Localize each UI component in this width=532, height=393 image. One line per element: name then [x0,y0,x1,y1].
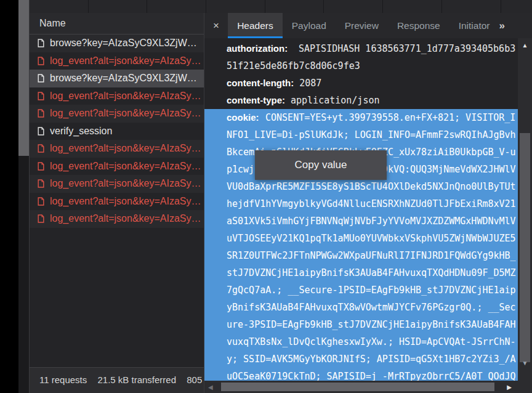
header-value: application/json [291,95,380,106]
request-name: log_event?alt=json&key=AIzaSy… [50,108,203,119]
request-row[interactable]: log_event?alt=json&key=AIzaSy… [30,105,204,123]
tab-label: Headers [237,20,273,31]
tab-response[interactable]: Response [388,13,449,38]
devtools-toolbar [30,0,532,14]
request-name: log_event?alt=json&key=AIzaSy… [50,143,203,154]
tab-initiator[interactable]: Initiator [449,13,499,38]
resources-size: 805 k [187,375,204,385]
header-row[interactable]: content-length:2087 [204,75,518,92]
background-scrollbar-track [18,0,29,393]
request-name: log_event?alt=json&key=AIzaSy… [50,196,203,207]
header-name: content-type: [227,92,285,109]
tab-preview[interactable]: Preview [336,13,388,38]
header-name: content-length: [227,75,294,92]
request-name: log_event?alt=json&key=AIzaSy… [50,91,203,102]
header-name: authorization: [227,40,299,57]
requests-count: 11 requests [39,375,87,385]
request-row[interactable]: log_event?alt=json&key=AIzaSy… [30,210,204,228]
document-icon [38,179,44,188]
background-scrollbar-thumb[interactable] [18,0,29,156]
header-value: 2087 [299,78,321,89]
tab-label: Response [397,20,440,31]
scroll-up-icon[interactable]: ▲ [518,42,532,49]
request-row[interactable]: browse?key=AIzaSyC9XL3ZjWdd… [30,70,204,87]
document-icon [38,109,44,118]
scroll-right-icon[interactable]: ▶ [507,381,512,393]
request-detail-panel: × Headers Payload Preview Response Initi… [204,13,532,393]
headers-list: authorization:SAPISIDHASH 1638563771_1d7… [204,38,518,381]
tab-payload[interactable]: Payload [283,13,336,38]
transferred-size: 21.5 kB transferred [97,375,176,385]
horizontal-scrollbar[interactable]: ◀ ▶ [204,381,518,393]
document-icon [38,92,44,100]
request-row[interactable]: log_event?alt=json&key=AIzaSy… [30,52,204,70]
request-name: browse?key=AIzaSyC9XL3ZjWdd… [50,38,204,49]
close-icon[interactable]: × [204,13,228,38]
document-icon [38,127,44,136]
header-name: cookie: [227,109,265,126]
horizontal-scrollbar-thumb[interactable] [221,383,494,391]
header-row[interactable]: authorization:SAPISIDHASH 1638563771_1d7… [204,40,518,75]
scrollbar-corner [518,381,532,393]
scroll-left-icon[interactable]: ◀ [208,381,213,393]
devtools-window: Name browse?key=AIzaSyC9XL3ZjWdd… log_ev… [29,0,532,393]
request-row[interactable]: verify_session [30,123,204,140]
request-name: log_event?alt=json&key=AIzaSy… [50,178,203,189]
network-status-bar: 11 requests 21.5 kB transferred 805 k [30,367,204,393]
request-name: browse?key=AIzaSyC9XL3ZjWdd… [50,73,204,84]
vertical-scrollbar[interactable]: ▲ ▼ [518,38,532,381]
request-name: log_event?alt=json&key=AIzaSy… [50,213,203,224]
document-icon [38,144,44,153]
request-row[interactable]: log_event?alt=json&key=AIzaSy… [30,87,204,105]
request-name: log_event?alt=json&key=AIzaSy… [50,55,203,67]
tab-label: Initiator [459,20,490,31]
document-icon [38,39,44,47]
tab-label: Payload [292,20,326,31]
column-header-name[interactable]: Name [30,13,204,34]
document-icon [38,162,44,171]
network-request-list-panel: Name browse?key=AIzaSyC9XL3ZjWdd… log_ev… [30,13,204,393]
more-tabs-icon[interactable]: » [499,20,505,32]
vertical-scrollbar-thumb[interactable] [520,133,530,362]
request-rows: browse?key=AIzaSyC9XL3ZjWdd… log_event?a… [30,34,204,228]
document-icon [38,214,44,223]
scroll-down-icon[interactable]: ▼ [518,360,532,367]
document-icon [38,74,44,83]
detail-tab-bar: × Headers Payload Preview Response Initi… [204,13,532,38]
document-icon [38,197,44,206]
request-row[interactable]: log_event?alt=json&key=AIzaSy… [30,193,204,211]
request-name: log_event?alt=json&key=AIzaSy… [50,161,203,172]
tab-headers[interactable]: Headers [228,13,283,38]
document-icon [38,57,44,65]
request-row[interactable]: log_event?alt=json&key=AIzaSy… [30,140,204,158]
tabs: Headers Payload Preview Response Initiat… [228,13,499,38]
request-row[interactable]: log_event?alt=json&key=AIzaSy… [30,175,204,193]
request-name: verify_session [50,126,115,137]
header-row[interactable]: content-type:application/json [204,92,518,109]
copy-value-menu-item[interactable]: Copy value [294,159,347,171]
request-list-empty-area [30,228,204,368]
context-menu: Copy value [255,150,387,180]
request-row[interactable]: log_event?alt=json&key=AIzaSy… [30,158,204,176]
tab-label: Preview [345,20,379,31]
request-row[interactable]: browse?key=AIzaSyC9XL3ZjWdd… [30,34,204,52]
